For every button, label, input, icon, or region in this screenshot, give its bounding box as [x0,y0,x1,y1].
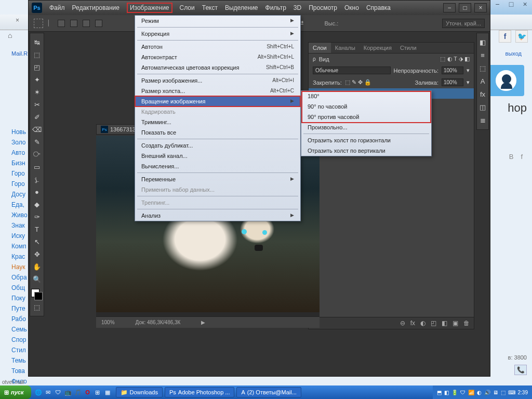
menu-item[interactable]: Анализ [135,210,300,221]
quickmask-button[interactable]: ⬚ [31,301,43,313]
tool-button[interactable]: ↖ [31,236,43,247]
tool-button[interactable]: ◆ [31,198,43,210]
opt-icon[interactable] [70,20,77,27]
ps-menu-текст[interactable]: Текст [202,4,218,11]
panel-toggle-icon[interactable]: ◧ [480,36,486,48]
category-link[interactable]: Еда, [11,201,28,208]
logout-link[interactable]: выход [506,50,522,57]
layer-action-icon[interactable]: ▣ [453,320,458,327]
category-link[interactable]: Иску [11,232,28,240]
tray-icon[interactable]: 📶 [468,390,474,395]
ps-menu-справка[interactable]: Справка [366,4,391,11]
tool-button[interactable]: ▭ [31,161,43,172]
tool-button[interactable]: ✑ [31,211,43,222]
tray-icon[interactable]: 🔊 [484,390,490,395]
home-icon[interactable]: ⌂ [8,31,12,39]
ps-menu-фильтр[interactable]: Фильтр [265,4,286,11]
browser-maximize[interactable]: □ [504,0,518,15]
ps-menu-просмотр[interactable]: Просмотр [309,4,337,11]
tray-icon[interactable]: 🖥 [493,390,498,395]
category-link[interactable]: Знак [11,222,28,229]
ql-icon[interactable]: 📺 [64,388,72,396]
bold-icon[interactable]: B [509,153,514,161]
tool-button[interactable]: ◰ [31,61,43,73]
ps-close-button[interactable]: × [474,3,487,12]
tool-button[interactable]: ⧃ [31,149,43,160]
taskbar-task[interactable]: A(2) Ответы@Mail... [236,387,301,397]
tray-icon[interactable]: ⬒ [437,390,442,395]
mailru-link[interactable]: Mail.R [11,50,28,57]
tray-icon[interactable]: ⬚ [501,390,506,395]
layer-action-icon[interactable]: ◐ [420,320,425,327]
menu-item[interactable]: Вращение изображения [135,96,300,107]
menu-item[interactable]: Размер изображения...Alt+Ctrl+I [135,75,300,86]
ps-menu-выделение[interactable]: Выделение [225,4,258,11]
tray-icon[interactable]: 🔋 [451,390,458,395]
taskbar-task[interactable]: 📁Downloads [116,387,163,397]
panel-toggle-icon[interactable]: A [481,75,485,87]
category-link[interactable]: Спор [11,336,28,343]
submenu-item[interactable]: 180° [301,91,431,101]
ql-icon[interactable]: ⊞ [94,388,102,396]
category-link[interactable]: Авто [11,149,28,156]
start-button[interactable]: ⊞ пуск [0,385,31,399]
category-link[interactable]: Поку [11,295,28,302]
submenu-item[interactable]: 90° против часовой [301,112,431,122]
opt-icon[interactable] [58,20,65,27]
layer-action-icon[interactable]: fx [410,320,415,327]
category-link[interactable]: Живо [11,211,28,219]
menu-item[interactable]: Тримминг... [135,117,300,127]
menu-item[interactable]: АвтотонShift+Ctrl+L [135,42,300,52]
ps-menu-изображение[interactable]: Изображение [127,3,172,13]
category-link[interactable]: Стил [11,347,28,354]
category-link[interactable]: Това [11,367,28,375]
tool-button[interactable]: ⍼ [31,174,43,185]
tray-icon[interactable]: ◧ [444,390,449,395]
tab-close-icon[interactable]: × [16,17,19,24]
layer-action-icon[interactable]: ⊖ [400,320,405,327]
tool-button[interactable]: ✥ [31,248,43,260]
submenu-item[interactable]: Отразить холст по вертикали [301,145,431,156]
menu-item[interactable]: Показать все [135,127,300,138]
tool-button[interactable]: ⌫ [31,124,43,135]
opt-icon[interactable] [83,20,90,27]
category-link[interactable]: Золо [11,139,28,146]
tool-button[interactable]: ● [31,186,43,197]
panel-tab[interactable]: Каналы [331,43,360,53]
facebook-format-icon[interactable]: f [521,153,523,161]
status-arrow-icon[interactable]: ▶ [201,320,205,325]
ps-menu-слои[interactable]: Слои [180,4,195,11]
layer-action-icon[interactable]: ◰ [431,320,436,327]
ql-icon[interactable]: 🛡 [54,388,62,396]
tool-button[interactable]: ⬚ [31,49,43,60]
category-link[interactable]: Путе [11,305,28,312]
category-link[interactable]: Горо [11,180,28,188]
panel-toggle-icon[interactable]: ≡ [481,49,485,61]
layer-action-icon[interactable]: ◧ [442,320,447,327]
ps-menu-3d[interactable]: 3D [294,4,301,11]
category-link[interactable]: Наук [11,263,28,271]
category-link[interactable]: Горо [11,170,28,177]
category-link[interactable]: Крас [11,253,28,260]
ps-menu-редактирование[interactable]: Редактирование [72,4,119,11]
refine-edge-button[interactable]: Уточн. край... [442,19,485,28]
browser-close[interactable]: × [518,0,532,15]
tool-button[interactable]: ✂ [31,99,43,110]
submenu-item[interactable]: Отразить холст по горизонтали [301,135,431,145]
category-link[interactable]: Рабо [11,315,28,323]
panel-toggle-icon[interactable]: ⬚ [480,62,486,74]
panel-tab[interactable]: Стили [396,43,421,53]
taskbar-task[interactable]: PsAdobe Photoshop ... [165,387,235,397]
ql-icon[interactable]: 🎵 [74,388,82,396]
tool-button[interactable]: ✎ [31,136,43,148]
layer-action-icon[interactable]: 🗑 [463,320,470,327]
tool-button[interactable]: ✋ [31,261,43,272]
submenu-item[interactable]: 90° по часовой [301,101,431,112]
category-link[interactable]: Досу [11,191,28,198]
category-link[interactable]: Комп [11,243,28,250]
category-link[interactable]: Общ [11,284,28,291]
fill-input[interactable] [442,78,463,86]
color-swatches[interactable] [31,289,43,300]
tray-clock[interactable]: 2:39 [518,390,528,395]
menu-item[interactable]: Автоматическая цветовая коррекцияShift+C… [135,62,300,73]
